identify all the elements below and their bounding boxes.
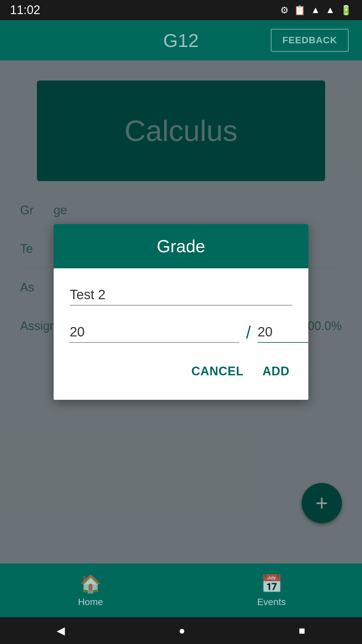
home-label: Home <box>78 597 103 607</box>
home-button[interactable]: ● <box>179 625 185 637</box>
grade-dialog: Grade / <box>54 224 308 400</box>
add-button[interactable]: ADD <box>260 359 292 384</box>
signal-icon: ▲ <box>325 5 335 15</box>
app-bar: G12 FEEDBACK <box>0 20 362 60</box>
dialog-body: / CANCEL ADD <box>54 268 308 400</box>
settings-icon: ⚙ <box>280 5 289 16</box>
feedback-button[interactable]: FEEDBACK <box>271 29 349 52</box>
slash-divider: / <box>246 322 251 342</box>
home-icon: 🏠 <box>80 574 102 594</box>
battery-icon: 🔋 <box>340 5 352 16</box>
nav-item-events[interactable]: 📅 Events <box>181 574 362 607</box>
status-icons: ⚙ 📋 ▲ ▲ 🔋 <box>280 5 352 16</box>
grade-score-input[interactable] <box>70 322 239 343</box>
status-bar: 11:02 ⚙ 📋 ▲ ▲ 🔋 <box>0 0 362 20</box>
dialog-title: Grade <box>157 236 205 256</box>
dialog-name-field <box>70 284 292 306</box>
app-bar-title: G12 <box>163 30 199 51</box>
dialog-layer: Grade / <box>0 60 362 564</box>
dialog-header: Grade <box>54 224 308 268</box>
recent-button[interactable]: ■ <box>299 625 305 637</box>
clipboard-icon: 📋 <box>294 5 306 16</box>
nav-item-home[interactable]: 🏠 Home <box>0 574 181 607</box>
back-button[interactable]: ◀ <box>57 624 65 637</box>
status-time: 11:02 <box>10 3 40 17</box>
events-icon: 📅 <box>261 574 283 594</box>
bottom-nav: 🏠 Home 📅 Events <box>0 564 362 617</box>
cancel-button[interactable]: CANCEL <box>189 359 246 384</box>
wifi-icon: ▲ <box>311 5 320 15</box>
page-wrapper: 11:02 ⚙ 📋 ▲ ▲ 🔋 G12 FEEDBACK Calculus <box>0 0 362 644</box>
grade-name-input[interactable] <box>70 284 292 306</box>
dialog-actions: CANCEL ADD <box>70 359 292 388</box>
events-label: Events <box>257 597 286 607</box>
dialog-scores-row: / <box>70 322 292 343</box>
content-stack: 11:02 ⚙ 📋 ▲ ▲ 🔋 G12 FEEDBACK Calculus <box>0 0 362 644</box>
grade-total-input[interactable] <box>257 322 308 343</box>
main-content: Calculus Gradege Te As Assignment 2 20.0… <box>0 60 362 564</box>
sys-nav: ◀ ● ■ <box>0 617 362 644</box>
